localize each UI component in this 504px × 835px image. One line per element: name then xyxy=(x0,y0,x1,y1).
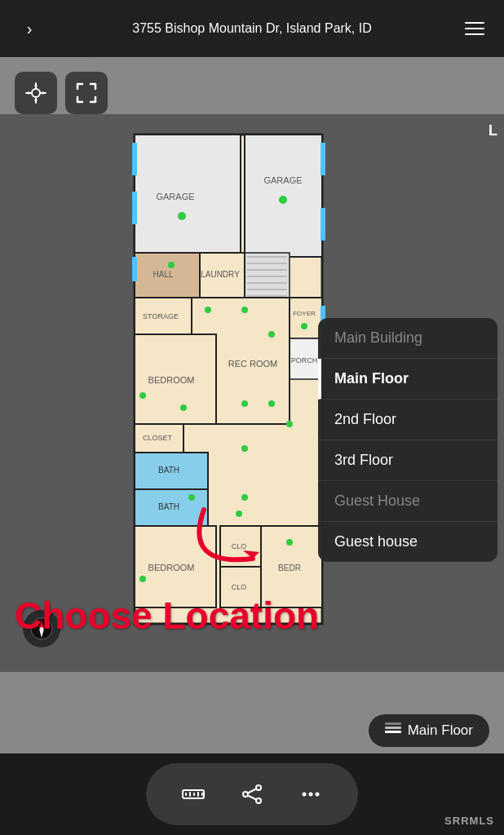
svg-point-89 xyxy=(256,785,261,790)
dropdown-item-guest-house-header: Guest House xyxy=(318,481,497,522)
floor-pill[interactable]: Main Floor xyxy=(369,714,489,747)
svg-marker-5 xyxy=(34,83,38,86)
header-bar: › 3755 Bishop Mountain Dr, Island Park, … xyxy=(0,0,504,57)
svg-marker-8 xyxy=(42,91,46,95)
map-controls xyxy=(15,72,108,114)
svg-text:BATH: BATH xyxy=(158,502,179,511)
svg-text:BATH: BATH xyxy=(158,466,179,475)
svg-point-12 xyxy=(178,212,186,220)
dropdown-item-2nd-floor[interactable]: 2nd Floor xyxy=(318,400,497,440)
dropdown-item-3rd-floor[interactable]: 3rd Floor xyxy=(318,440,497,481)
svg-point-0 xyxy=(32,89,40,97)
toolbar-pill xyxy=(146,763,358,825)
svg-point-37 xyxy=(301,323,307,329)
l-indicator: L xyxy=(489,122,497,139)
svg-text:CLO: CLO xyxy=(232,542,247,550)
floor-dropdown-menu: Main Building Main Floor 2nd Floor 3rd F… xyxy=(318,318,497,562)
svg-point-52 xyxy=(139,392,146,399)
svg-text:CLOSET: CLOSET xyxy=(143,434,173,442)
svg-point-48 xyxy=(241,400,248,407)
svg-point-95 xyxy=(309,793,313,797)
svg-text:BEDROOM: BEDROOM xyxy=(148,375,195,385)
svg-point-74 xyxy=(236,510,242,517)
floor-pill-icon xyxy=(385,722,401,739)
measure-button[interactable] xyxy=(175,776,211,812)
svg-rect-16 xyxy=(132,143,137,175)
svg-rect-19 xyxy=(321,208,325,241)
svg-text:LAUNDRY: LAUNDRY xyxy=(201,270,240,279)
svg-rect-80 xyxy=(385,731,401,733)
svg-point-30 xyxy=(168,262,175,268)
share-button[interactable] xyxy=(234,776,270,812)
svg-marker-6 xyxy=(34,99,38,103)
svg-point-44 xyxy=(205,307,211,313)
svg-point-79 xyxy=(40,627,43,630)
menu-line-1 xyxy=(465,22,484,24)
svg-point-94 xyxy=(303,793,307,797)
menu-line-3 xyxy=(465,33,484,35)
svg-point-96 xyxy=(316,793,320,797)
header-title: 3755 Bishop Mountain Dr, Island Park, ID xyxy=(44,21,460,36)
svg-point-60 xyxy=(188,494,195,501)
svg-rect-20 xyxy=(245,253,290,302)
floorplan: GARAGE GARAGE HALL xyxy=(126,126,330,632)
svg-point-15 xyxy=(279,196,287,204)
svg-text:GARAGE: GARAGE xyxy=(263,175,302,185)
fullscreen-button[interactable] xyxy=(65,72,108,114)
svg-point-46 xyxy=(268,331,275,338)
svg-point-45 xyxy=(241,307,248,313)
more-options-button[interactable] xyxy=(293,776,329,812)
back-button[interactable]: › xyxy=(15,14,44,43)
menu-button[interactable] xyxy=(460,14,489,43)
floor-pill-label: Main Floor xyxy=(408,722,473,739)
svg-point-91 xyxy=(256,798,261,803)
pan-control-button[interactable] xyxy=(15,72,57,114)
svg-point-90 xyxy=(243,792,248,797)
dropdown-item-main-floor[interactable]: Main Floor xyxy=(318,359,497,400)
dropdown-item-guest-house[interactable]: Guest house xyxy=(318,522,497,562)
svg-line-93 xyxy=(248,796,256,800)
svg-text:PORCH: PORCH xyxy=(291,356,318,364)
svg-point-70 xyxy=(286,421,293,427)
svg-text:STORAGE: STORAGE xyxy=(143,312,179,320)
svg-marker-7 xyxy=(26,91,29,95)
svg-point-49 xyxy=(268,400,275,407)
svg-text:GARAGE: GARAGE xyxy=(156,192,194,201)
svg-rect-17 xyxy=(132,192,137,224)
svg-text:FOYER: FOYER xyxy=(293,310,316,317)
svg-point-71 xyxy=(241,445,248,452)
svg-point-73 xyxy=(286,539,293,546)
svg-rect-13 xyxy=(245,135,322,257)
svg-text:CLO: CLO xyxy=(232,583,247,591)
svg-text:BEDR: BEDR xyxy=(278,563,301,572)
svg-point-72 xyxy=(241,494,248,501)
svg-point-53 xyxy=(180,404,187,411)
svg-text:REC ROOM: REC ROOM xyxy=(228,359,278,369)
svg-point-63 xyxy=(139,576,146,582)
svg-rect-18 xyxy=(321,143,325,175)
dropdown-header: Main Building xyxy=(318,318,497,359)
srrmls-badge: SRRMLS xyxy=(444,815,494,827)
compass[interactable] xyxy=(23,610,60,647)
svg-text:BEDROOM: BEDROOM xyxy=(148,563,195,572)
menu-line-2 xyxy=(465,28,484,29)
svg-rect-82 xyxy=(385,722,401,725)
bottom-toolbar xyxy=(0,753,504,835)
svg-rect-81 xyxy=(385,727,401,729)
svg-rect-35 xyxy=(290,298,322,338)
svg-text:HALL: HALL xyxy=(153,270,173,279)
svg-line-92 xyxy=(248,789,256,793)
svg-rect-40 xyxy=(132,257,137,281)
